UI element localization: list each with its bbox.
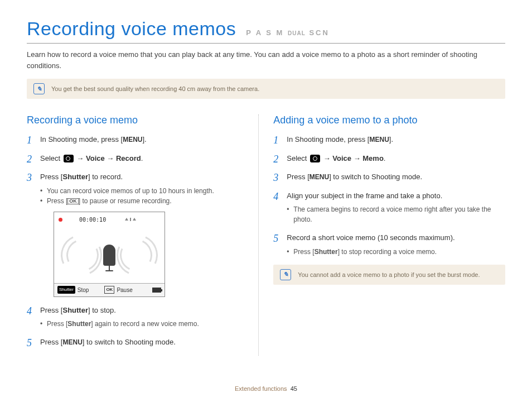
- content-columns: Recording a voice memo In Shooting mode,…: [27, 114, 505, 356]
- tip-box-top: ✎ You get the best sound quality when re…: [27, 79, 505, 99]
- battery-icon: [152, 288, 161, 293]
- level-indicator-icon: [125, 218, 136, 221]
- left-step-4: Press [Shutter] to stop. Press [Shutter]…: [27, 305, 247, 329]
- right-step-3: Press [MENU] to switch to Shooting mode.: [273, 171, 505, 183]
- right-step-5-sub: Press [Shutter] to stop recording a voic…: [287, 247, 505, 257]
- record-dot-icon: [59, 218, 62, 222]
- mode-letters: P A S M: [246, 28, 284, 37]
- mock-timer: 00:00:10: [79, 216, 106, 224]
- shutter-badge: Shutter: [57, 286, 75, 294]
- right-steps: In Shooting mode, press [MENU]. Select →…: [273, 134, 505, 257]
- left-column: Recording a voice memo In Shooting mode,…: [27, 114, 259, 356]
- right-step-1: In Shooting mode, press [MENU].: [273, 134, 505, 145]
- left-step-3-sub: You can record voice memos of up to 10 h…: [40, 186, 247, 206]
- footer-section: Extended functions: [235, 385, 287, 392]
- left-step-3: Press [Shutter] to record. You can recor…: [27, 171, 247, 297]
- right-step-4-sub: The camera begins to record a voice memo…: [287, 204, 505, 224]
- tip-text: You get the best sound quality when reco…: [51, 85, 259, 92]
- left-step-2: Select → Voice → Record.: [27, 153, 247, 164]
- right-heading: Adding a voice memo to a photo: [273, 114, 505, 126]
- left-step-4-sub: Press [Shutter] again to record a new vo…: [40, 319, 247, 329]
- left-heading: Recording a voice memo: [27, 114, 247, 126]
- mode-dual: DUAL: [288, 30, 306, 36]
- note-icon: ✎: [280, 269, 291, 280]
- menu-label: MENU: [123, 136, 142, 143]
- left-step-5: Press [MENU] to switch to Shooting mode.: [27, 337, 247, 348]
- mode-scn: SCN: [309, 28, 329, 37]
- camera-icon: [64, 155, 74, 162]
- left-steps: In Shooting mode, press [MENU]. Select →…: [27, 134, 247, 348]
- tip-text: You cannot add a voice memo to a photo i…: [298, 271, 480, 278]
- tip-box-right: ✎ You cannot add a voice memo to a photo…: [273, 265, 505, 285]
- sound-wave-icon: [111, 228, 164, 281]
- note-icon: ✎: [33, 83, 45, 94]
- mode-badges: P A S M DUAL SCN: [246, 28, 330, 37]
- page-footer: Extended functions 45: [0, 385, 532, 392]
- footer-page-number: 45: [291, 385, 297, 392]
- right-column: Adding a voice memo to a photo In Shooti…: [273, 114, 505, 356]
- left-step-1: In Shooting mode, press [MENU].: [27, 134, 247, 145]
- page-title: Recording voice memos: [27, 18, 236, 40]
- ok-icon: OK: [67, 198, 79, 204]
- voice-recorder-mockup: 00:00:10 Shutter Stop OK: [54, 212, 165, 297]
- mock-visual: [54, 227, 165, 283]
- ok-badge: OK: [104, 286, 114, 294]
- mock-bottombar: Shutter Stop OK Pause: [54, 283, 165, 296]
- mock-stop-label: Stop: [78, 286, 89, 294]
- microphone-icon: [103, 245, 115, 266]
- intro-text: Learn how to record a voice memo that yo…: [27, 49, 505, 71]
- camera-icon: [310, 155, 320, 162]
- mock-topbar: 00:00:10: [54, 212, 165, 227]
- page-header: Recording voice memos P A S M DUAL SCN: [27, 18, 505, 40]
- header-rule: [27, 43, 505, 44]
- right-step-4: Align your subject in the frame and take…: [273, 190, 505, 225]
- mock-pause-label: Pause: [117, 286, 132, 294]
- right-step-5: Record a short voice memo (10 seconds ma…: [273, 232, 505, 257]
- right-step-2: Select → Voice → Memo.: [273, 153, 505, 164]
